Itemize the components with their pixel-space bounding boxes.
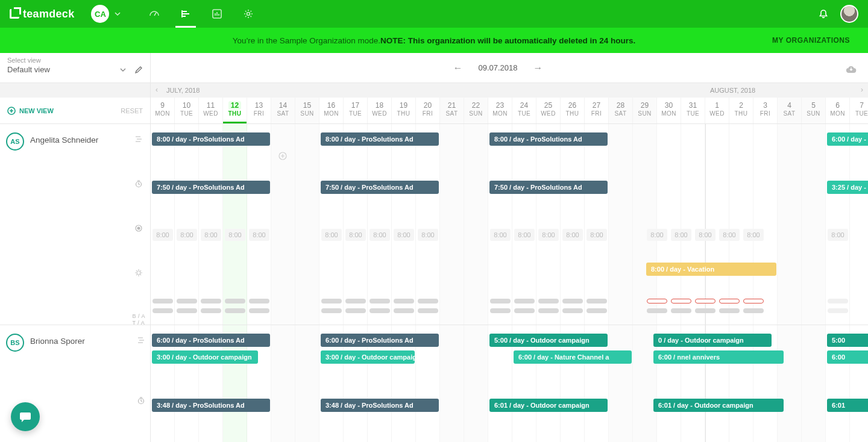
org-badge[interactable]: CA	[91, 5, 109, 23]
day-column[interactable]: 20FRI	[416, 98, 440, 123]
schedule-bar[interactable]: 8:00 / day - Vacation	[646, 263, 776, 276]
schedule-bar[interactable]: 6:00 / day - ProSolutions Ad	[321, 334, 439, 347]
availability-chip: 8:00	[828, 229, 848, 241]
edit-icon[interactable]	[134, 66, 143, 74]
schedule-bar[interactable]: 6:00 / day - ProSolutions Ad	[152, 334, 270, 347]
schedule-bar[interactable]: 7:50 / day - ProSolutions Ad	[152, 181, 270, 194]
person-avatar[interactable]: AS	[6, 132, 24, 151]
person-name[interactable]: Angelita Schneider	[30, 135, 98, 145]
availability-chip: 8:00	[345, 229, 366, 241]
month-next-button[interactable]: ›	[861, 86, 863, 94]
person-row: ASAngelita SchneiderB / AT / A	[0, 124, 150, 325]
availability-chip: 8:00	[225, 229, 245, 241]
day-column[interactable]: 4SAT	[778, 98, 802, 123]
person-name[interactable]: Brionna Sporer	[30, 337, 85, 346]
date-next-button[interactable]: →	[533, 63, 543, 73]
schedule-bar[interactable]: 3:48 / day - ProSolutions Ad	[321, 399, 439, 412]
reset-button[interactable]: RESET	[121, 107, 143, 114]
availability-chip: 8:00	[743, 229, 764, 241]
day-column[interactable]: 24TUE	[512, 98, 536, 123]
day-column[interactable]: 22SUN	[464, 98, 488, 123]
current-date[interactable]: 09.07.2018	[478, 63, 517, 72]
capacity-pill	[538, 308, 559, 313]
brand-logo[interactable]: teamdeck	[10, 8, 74, 20]
availability-icon	[134, 224, 143, 232]
availability-chip: 8:00	[249, 229, 269, 241]
new-view-button[interactable]: NEW VIEW	[7, 107, 54, 115]
schedule-bar[interactable]: 6:00 / day - Nature Channel a	[514, 350, 632, 364]
day-column[interactable]: 9MON	[151, 98, 175, 123]
note-bar: You're in the Sample Organization mode. …	[0, 28, 868, 53]
day-column[interactable]: 11WED	[199, 98, 223, 123]
person-avatar[interactable]: BS	[6, 334, 24, 352]
day-column[interactable]: 3FRI	[753, 98, 778, 123]
my-organizations-link[interactable]: MY ORGANIZATIONS	[772, 36, 850, 45]
download-icon[interactable]	[845, 62, 857, 74]
day-column[interactable]: 14SAT	[271, 98, 295, 123]
schedule-bar[interactable]: 3:00 / day - Outdoor campaig	[321, 350, 415, 364]
day-column[interactable]: 21SAT	[440, 98, 464, 123]
day-column[interactable]: 16MON	[319, 98, 344, 123]
schedule-bar[interactable]: 3:48 / day - ProSolutions Ad	[152, 399, 270, 412]
chevron-down-icon[interactable]	[120, 67, 126, 73]
day-column[interactable]: 17TUE	[344, 98, 368, 123]
capacity-pill	[719, 299, 740, 303]
schedule-icon[interactable]	[173, 0, 198, 28]
capacity-pill	[647, 299, 667, 303]
schedule-bar[interactable]: 5:00	[827, 334, 868, 347]
schedule-bar[interactable]: 7:50 / day - ProSolutions Ad	[489, 181, 608, 194]
day-column[interactable]: 18WED	[368, 98, 392, 123]
day-column[interactable]: 12THU	[223, 98, 247, 123]
schedule-bar[interactable]: 8:00 / day - ProSolutions Ad	[152, 132, 270, 146]
add-booking-button[interactable]	[278, 152, 287, 160]
schedule-bar[interactable]: 6:01 / day - Outdoor campaign	[653, 399, 784, 412]
schedule-bar[interactable]: 6:01 / day - Outdoor campaign	[489, 399, 608, 412]
current-view-name[interactable]: Default view	[7, 65, 50, 74]
schedule-bar[interactable]: 8:00 / day - ProSolutions Ad	[321, 132, 439, 146]
schedule-bar[interactable]: 6:01	[827, 399, 868, 412]
schedule-bar[interactable]: 3:25 / day -	[827, 181, 868, 194]
note-text-a: You're in the Sample Organization mode.	[233, 36, 380, 45]
settings-icon[interactable]	[236, 0, 261, 28]
day-column[interactable]: 5SUN	[802, 98, 826, 123]
chevron-down-icon[interactable]	[114, 10, 121, 17]
user-avatar[interactable]	[840, 5, 858, 23]
bell-icon[interactable]	[817, 8, 829, 20]
day-column[interactable]: 15SUN	[295, 98, 319, 123]
day-column[interactable]: 30MON	[657, 98, 681, 123]
day-column[interactable]: 1WED	[705, 98, 729, 123]
day-column[interactable]: 13FRI	[247, 98, 271, 123]
date-prev-button[interactable]: ←	[453, 63, 462, 73]
day-column[interactable]: 29SUN	[633, 98, 657, 123]
schedule-bar[interactable]: 6:00 / day -	[827, 132, 868, 146]
day-column[interactable]: 28SAT	[609, 98, 633, 123]
day-column[interactable]: 6MON	[826, 98, 850, 123]
schedule-bar[interactable]: 5:00 / day - Outdoor campaign	[489, 334, 608, 347]
day-column[interactable]: 31TUE	[681, 98, 705, 123]
view-selector: Select view Default view	[0, 53, 151, 82]
schedule-bar[interactable]: 3:00 / day - Outdoor campaign	[152, 350, 258, 364]
schedule-bar[interactable]: 7:50 / day - ProSolutions Ad	[321, 181, 439, 194]
day-column[interactable]: 10TUE	[175, 98, 199, 123]
day-column[interactable]: 2THU	[729, 98, 753, 123]
schedule-bar[interactable]: 6:00	[827, 350, 868, 364]
schedule-bar[interactable]: 0 / day - Outdoor campaign	[653, 334, 772, 347]
capacity-pill	[538, 299, 559, 303]
month-prev-button[interactable]: ‹	[156, 86, 158, 94]
dashboard-icon[interactable]	[142, 0, 167, 28]
ba-label: B / AT / A	[132, 313, 145, 326]
schedule-bar[interactable]: 6:00 / nnel annivers	[653, 350, 784, 364]
availability-chip: 8:00	[538, 229, 559, 241]
day-column[interactable]: 19THU	[392, 98, 416, 123]
chat-fab[interactable]	[11, 402, 40, 431]
capacity-pill	[514, 299, 535, 303]
day-column[interactable]: 26THU	[561, 98, 585, 123]
day-column[interactable]: 25WED	[536, 98, 561, 123]
day-column[interactable]: 23MON	[488, 98, 512, 123]
timeline[interactable]: 8:00 / day - ProSolutions Ad8:00 / day -…	[151, 124, 868, 442]
schedule-bar[interactable]: 8:00 / day - ProSolutions Ad	[489, 132, 608, 146]
day-column[interactable]: 7TUE	[850, 98, 868, 123]
day-column[interactable]: 27FRI	[585, 98, 609, 123]
toolbar: Select view Default view ← 09.07.2018 →	[0, 53, 868, 83]
reports-icon[interactable]	[204, 0, 230, 28]
